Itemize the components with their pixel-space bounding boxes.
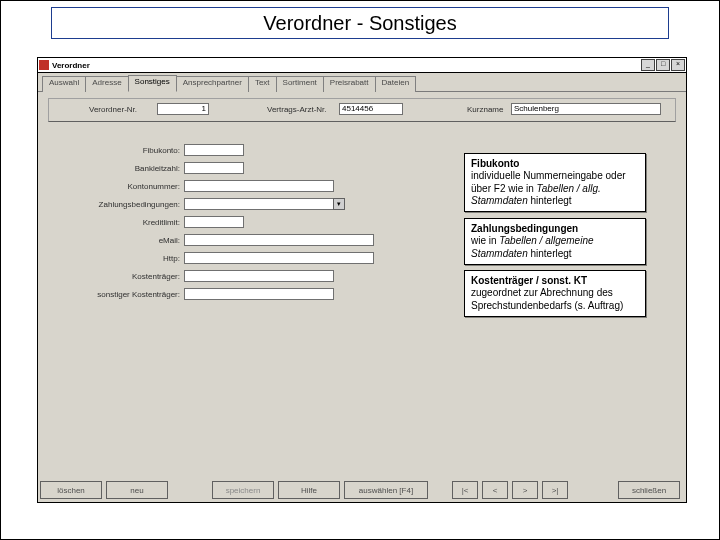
tab-strip: Auswahl Adresse Sonstiges Ansprechpartne… bbox=[38, 73, 686, 92]
tab-text[interactable]: Text bbox=[248, 76, 277, 92]
tab-sortiment[interactable]: Sortiment bbox=[276, 76, 324, 92]
field-sonst-kostentraeger[interactable] bbox=[184, 288, 334, 300]
button-loeschen[interactable]: löschen bbox=[40, 481, 102, 499]
tab-ansprechpartner[interactable]: Ansprechpartner bbox=[176, 76, 249, 92]
tab-sonstiges[interactable]: Sonstiges bbox=[128, 75, 177, 92]
field-arzt-nr[interactable]: 4514456 bbox=[339, 103, 403, 115]
button-auswaehlen[interactable]: auswählen [F4] bbox=[344, 481, 428, 499]
title-bar: Verordner _ □ × bbox=[38, 58, 686, 73]
maximize-button[interactable]: □ bbox=[656, 59, 670, 71]
label-zahlungsbedingungen: Zahlungsbedingungen: bbox=[88, 200, 184, 209]
tab-preisrabatt[interactable]: Preisrabatt bbox=[323, 76, 376, 92]
label-kurzname: Kurzname bbox=[467, 105, 503, 114]
field-kostentraeger[interactable] bbox=[184, 270, 334, 282]
field-email[interactable] bbox=[184, 234, 374, 246]
close-button[interactable]: × bbox=[671, 59, 685, 71]
label-kreditlimit: Kreditlimit: bbox=[88, 218, 184, 227]
label-kontonummer: Kontonummer: bbox=[88, 182, 184, 191]
field-http[interactable] bbox=[184, 252, 374, 264]
note-zahlungsbedingungen: Zahlungsbedingungen wie in Tabellen / al… bbox=[464, 218, 646, 265]
label-arzt-nr: Vertrags-Arzt-Nr. bbox=[267, 105, 327, 114]
note-fibukonto: Fibukonto individuelle Nummerneingabe od… bbox=[464, 153, 646, 212]
label-sonst-kostentraeger: sonstiger Kostenträger: bbox=[88, 290, 184, 299]
note-kostentraeger: Kostenträger / sonst. KT zugeordnet zur … bbox=[464, 270, 646, 317]
note-zahl-title: Zahlungsbedingungen bbox=[471, 223, 578, 234]
tab-auswahl[interactable]: Auswahl bbox=[42, 76, 86, 92]
field-kreditlimit[interactable] bbox=[184, 216, 244, 228]
field-bankleitzahl[interactable] bbox=[184, 162, 244, 174]
note-fibukonto-title: Fibukonto bbox=[471, 158, 519, 169]
button-schliessen[interactable]: schließen bbox=[618, 481, 680, 499]
nav-next-button[interactable]: > bbox=[512, 481, 538, 499]
tab-dateien[interactable]: Dateien bbox=[375, 76, 417, 92]
tab-adresse[interactable]: Adresse bbox=[85, 76, 128, 92]
button-speichern[interactable]: speichern bbox=[212, 481, 274, 499]
slide-title: Verordner - Sonstiges bbox=[263, 12, 456, 35]
button-hilfe[interactable]: Hilfe bbox=[278, 481, 340, 499]
label-fibukonto: Fibukonto: bbox=[88, 146, 184, 155]
field-fibukonto[interactable] bbox=[184, 144, 244, 156]
dropdown-zahlungsbedingungen[interactable]: ▾ bbox=[333, 198, 345, 210]
field-zahlungsbedingungen[interactable] bbox=[184, 198, 334, 210]
nav-last-button[interactable]: >| bbox=[542, 481, 568, 499]
label-verordner-nr: Verordner-Nr. bbox=[89, 105, 137, 114]
button-neu[interactable]: neu bbox=[106, 481, 168, 499]
field-verordner-nr[interactable]: 1 bbox=[157, 103, 209, 115]
minimize-button[interactable]: _ bbox=[641, 59, 655, 71]
app-window: Verordner _ □ × Auswahl Adresse Sonstige… bbox=[37, 57, 687, 503]
label-bankleitzahl: Bankleitzahl: bbox=[88, 164, 184, 173]
label-email: eMail: bbox=[88, 236, 184, 245]
field-kurzname[interactable]: Schulenberg bbox=[511, 103, 661, 115]
window-title: Verordner bbox=[52, 61, 641, 70]
label-http: Http: bbox=[88, 254, 184, 263]
form-panel: Fibukonto: Bankleitzahl: Kontonummer: Za… bbox=[88, 143, 388, 305]
nav-first-button[interactable]: |< bbox=[452, 481, 478, 499]
bottom-bar: löschen neu speichern Hilfe auswählen [F… bbox=[40, 480, 684, 500]
app-icon bbox=[39, 60, 49, 70]
note-kt-title: Kostenträger / sonst. KT bbox=[471, 275, 587, 286]
slide-title-box: Verordner - Sonstiges bbox=[51, 7, 669, 39]
label-kostentraeger: Kostenträger: bbox=[88, 272, 184, 281]
record-header: Verordner-Nr. 1 Vertrags-Arzt-Nr. 451445… bbox=[48, 98, 676, 122]
field-kontonummer[interactable] bbox=[184, 180, 334, 192]
nav-prev-button[interactable]: < bbox=[482, 481, 508, 499]
